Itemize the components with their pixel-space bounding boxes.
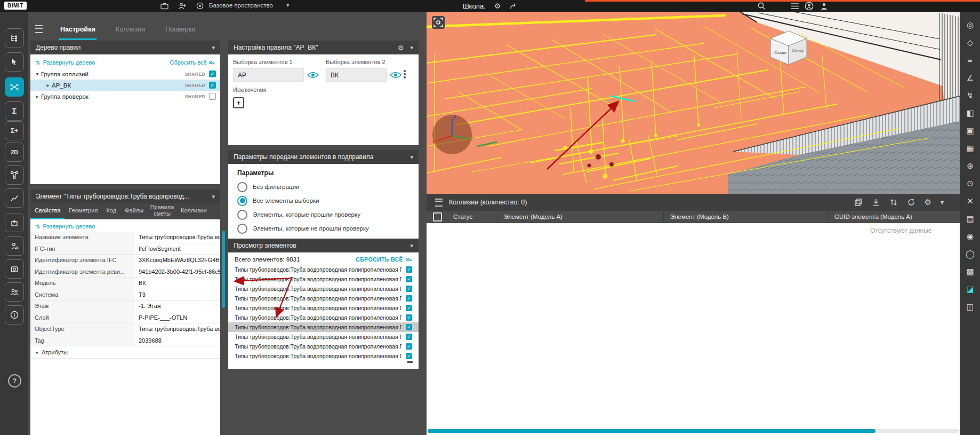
copy-icon[interactable] [854, 198, 863, 207]
sum-plus-tool[interactable]: Σ+ [5, 121, 24, 140]
filter-option[interactable]: Без фильтрации [228, 180, 419, 194]
tree-item[interactable]: ▾Группа коллизийSHARED✓ [30, 68, 220, 80]
model-tree-tool[interactable] [5, 28, 24, 48]
share-icon[interactable] [509, 2, 517, 10]
element-checkbox[interactable]: ✓ [406, 314, 412, 321]
refresh-icon[interactable] [907, 198, 915, 207]
search-icon[interactable] [757, 2, 766, 10]
reset-all-elements-link[interactable]: СБРОСИТЬ ВСЁ ✕✕ [356, 256, 412, 263]
transfer-params-header[interactable]: Параметры передачи элементов в подправил… [228, 150, 419, 164]
view-cube[interactable]: Сзади Снизу [770, 31, 807, 65]
sum-tool[interactable]: Σ [5, 101, 24, 121]
gear-icon[interactable]: ⚙ [925, 199, 931, 206]
clip-icon[interactable]: ✕ [963, 195, 977, 208]
camera-icon[interactable]: ◫ [963, 300, 977, 313]
panel-menu-icon[interactable] [35, 25, 43, 33]
filter-option[interactable]: Элементы, которые не прошли проверку [228, 222, 419, 235]
property-value[interactable]: Т3 [134, 289, 220, 300]
element-list-item[interactable]: Типы трубопроводов:Труба водопроводная п… [228, 274, 419, 284]
element-list-item[interactable]: Типы трубопроводов:Труба водопроводная п… [228, 332, 419, 342]
selection-box-icon[interactable]: ▣ [963, 124, 977, 137]
selection1-input[interactable]: АР [233, 68, 304, 82]
rules-tree-header[interactable]: Дерево правил ▾ [30, 41, 220, 54]
focus-icon[interactable]: ⊙ [963, 177, 977, 190]
tree-item[interactable]: ▸АР_ВКSHARED✓ [30, 80, 220, 91]
shared-checkbox[interactable] [209, 93, 216, 100]
radio-icon[interactable] [237, 210, 247, 220]
caret-icon[interactable]: ▾ [34, 71, 41, 77]
rule-gear-icon[interactable]: ⚙ [398, 44, 404, 52]
property-value[interactable]: ВК [134, 278, 220, 289]
target-icon[interactable]: ⊕ [963, 160, 977, 172]
filter-option[interactable]: Элементы, которые прошли проверку [228, 208, 419, 222]
help-button[interactable]: ? [8, 374, 21, 387]
element-panel-header[interactable]: Элемент "Типы трубопроводов:Труба водопр… [30, 189, 220, 203]
caret-icon[interactable]: ▸ [44, 82, 52, 88]
cube-icon[interactable]: ◪ [963, 283, 977, 296]
select-tool[interactable] [5, 52, 24, 72]
property-value[interactable]: -1. Этаж [134, 300, 220, 312]
sort-icon[interactable] [889, 198, 898, 207]
element-list-item[interactable]: Типы трубопроводов:Труба водопроводная п… [228, 322, 419, 332]
element-checkbox[interactable]: ✓ [406, 353, 412, 359]
element-checkbox[interactable]: ✓ [406, 276, 412, 282]
element-checkbox[interactable]: ✓ [406, 305, 412, 311]
element-tab-code[interactable]: Код [102, 203, 121, 219]
2d-view-tool[interactable]: 2D [5, 143, 24, 162]
add-exclusion-button[interactable]: + [233, 97, 244, 108]
section-icon[interactable]: ◧ [963, 107, 977, 120]
element-list-item[interactable]: Типы трубопроводов:Труба водопроводная п… [228, 284, 419, 294]
collapse-icon[interactable]: ▾ [212, 193, 215, 200]
users-tool[interactable] [5, 282, 24, 302]
more-options-icon[interactable] [404, 70, 406, 78]
viewport-3d[interactable]: Z X Y Сзади Снизу [427, 12, 960, 194]
property-value[interactable]: 3XKcueqMbEWAz8QL32FG4B [134, 255, 220, 266]
collapse-icon[interactable]: ▾ [410, 154, 413, 161]
element-checkbox[interactable]: ✓ [406, 266, 412, 273]
chevron-down-icon[interactable]: ▾ [941, 199, 944, 206]
tab-checks[interactable]: Проверки [164, 20, 196, 40]
layers-icon[interactable]: ≡ [963, 54, 977, 67]
tab-settings[interactable]: Настройки [59, 20, 97, 40]
caret-icon[interactable]: ▸ [34, 93, 41, 99]
space-icon[interactable] [195, 2, 205, 10]
graph-tool[interactable] [5, 165, 24, 185]
element-tab-files[interactable]: Файлы [121, 203, 148, 219]
reset-all-link[interactable]: Сбросить всё ✕✕ [170, 59, 215, 66]
user-settings-tool[interactable] [5, 236, 24, 256]
eye-icon[interactable] [307, 71, 319, 79]
element-tab-properties[interactable]: Свойства [30, 203, 65, 219]
pan-icon[interactable]: ◇ [963, 36, 977, 49]
element-tab-geometry[interactable]: Геометрия [65, 203, 102, 219]
elements-preview-header[interactable]: Просмотр элементов ▾ [228, 239, 419, 252]
download-icon[interactable] [872, 198, 880, 207]
element-checkbox[interactable]: ✓ [406, 286, 412, 292]
expand-tree-icon[interactable]: ⇅ [36, 224, 40, 230]
property-value[interactable]: IfcFlowSegment [134, 243, 220, 255]
user-icon[interactable] [819, 2, 829, 10]
plugins-tool[interactable] [5, 213, 24, 232]
radio-icon[interactable] [237, 224, 247, 234]
workspace-selector[interactable]: Базовое пространство [209, 2, 273, 9]
eye-icon[interactable]: ◉ [963, 230, 977, 243]
clash-icon[interactable]: ↯ [963, 89, 977, 102]
element-checkbox[interactable]: ✓ [406, 343, 412, 350]
tree-item[interactable]: ▸Группа проверокSHARED [30, 91, 220, 102]
structure-icon[interactable]: ▤ [963, 212, 977, 225]
orbit-icon[interactable]: ◎ [963, 19, 977, 31]
grid-icon[interactable]: ▦ [963, 142, 977, 155]
shared-checkbox[interactable]: ✓ [209, 70, 216, 77]
element-list-item[interactable]: Типы трубопроводов:Труба водопроводная п… [228, 313, 419, 322]
profile-icon[interactable]: ◯ [963, 248, 977, 260]
expand-tree-link[interactable]: Развернуть дерево [43, 223, 95, 230]
info-tool[interactable] [5, 305, 24, 325]
eye-icon[interactable] [390, 71, 401, 79]
chart-tool[interactable] [5, 188, 24, 208]
element-list-item[interactable]: Типы трубопроводов:Труба водопроводная п… [228, 265, 419, 274]
tab-collisions[interactable]: Коллизии [115, 20, 146, 40]
collapse-icon[interactable]: ▾ [410, 242, 413, 249]
toolbox-icon[interactable] [159, 2, 169, 10]
expand-tree-icon[interactable]: ⇅ [36, 60, 40, 66]
property-value[interactable]: Типы трубопроводов:Труба вод... [134, 232, 220, 243]
expand-tree-link[interactable]: Развернуть дерево [43, 59, 95, 66]
